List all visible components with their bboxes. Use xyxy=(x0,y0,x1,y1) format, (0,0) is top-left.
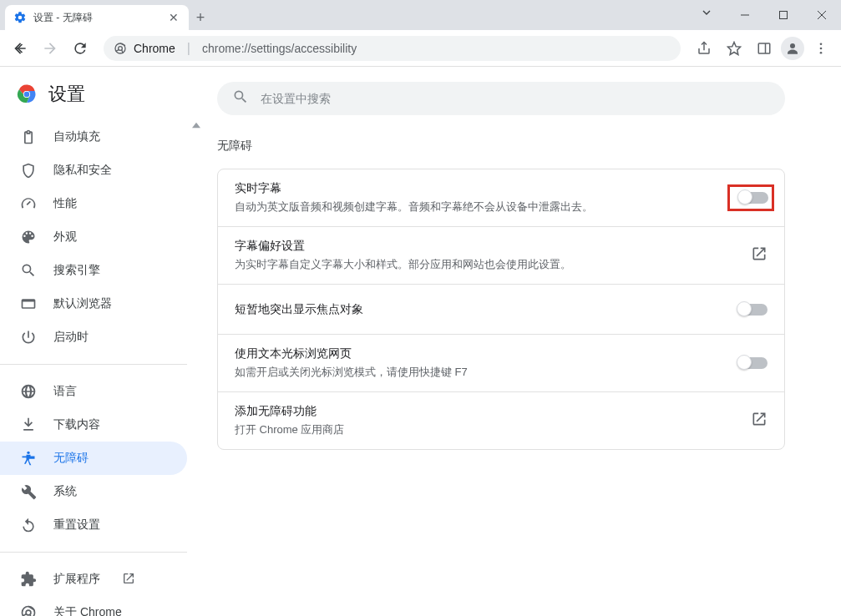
url-scheme: Chrome xyxy=(134,42,175,55)
svg-point-23 xyxy=(27,452,29,454)
sidebar-item-on-startup[interactable]: 启动时 xyxy=(0,321,187,354)
svg-marker-11 xyxy=(728,42,741,54)
sidebar-item-system[interactable]: 系统 xyxy=(0,475,187,508)
svg-marker-22 xyxy=(192,123,200,129)
svg-rect-12 xyxy=(758,43,770,53)
row-subtitle: 打开 Chrome 应用商店 xyxy=(235,422,737,437)
settings-header: 设置 xyxy=(0,73,200,120)
row-title: 短暂地突出显示焦点对象 xyxy=(235,302,724,317)
row-title: 使用文本光标浏览网页 xyxy=(235,346,724,361)
sidebar-item-accessibility[interactable]: 无障碍 xyxy=(0,442,187,475)
row-live-caption[interactable]: 实时字幕 自动为英文版音频和视频创建字幕。音频和字幕绝不会从设备中泄露出去。 xyxy=(218,169,784,226)
sidebar-divider xyxy=(0,364,187,365)
row-focus-highlight[interactable]: 短暂地突出显示焦点对象 xyxy=(218,284,784,334)
svg-point-14 xyxy=(790,43,795,48)
window-titlebar: 设置 - 无障碍 ✕ + xyxy=(0,0,841,30)
speedometer-icon xyxy=(20,195,37,212)
accessibility-icon xyxy=(20,450,37,467)
svg-point-21 xyxy=(24,92,30,98)
forward-button[interactable] xyxy=(37,35,63,62)
sidebar-item-language[interactable]: 语言 xyxy=(0,375,187,408)
row-add-accessibility[interactable]: 添加无障碍功能 打开 Chrome 应用商店 xyxy=(218,391,784,449)
palette-icon xyxy=(20,229,37,245)
share-icon[interactable] xyxy=(691,35,717,62)
browser-toolbar: Chrome | chrome://settings/accessibility xyxy=(0,30,841,67)
toggle-live-caption[interactable] xyxy=(738,192,768,204)
sidebar-item-label: 性能 xyxy=(53,196,77,211)
sidebar-item-extensions[interactable]: 扩展程序 xyxy=(0,563,187,596)
browser-tab[interactable]: 设置 - 无障碍 ✕ xyxy=(5,5,189,30)
reload-button[interactable] xyxy=(67,35,94,62)
gear-icon xyxy=(13,11,27,24)
close-icon[interactable]: ✕ xyxy=(167,11,180,24)
sidebar-item-performance[interactable]: 性能 xyxy=(0,187,187,220)
sidebar-divider xyxy=(0,552,187,553)
sidebar-item-label: 隐私和安全 xyxy=(53,163,112,178)
bookmark-icon[interactable] xyxy=(721,35,747,62)
settings-search[interactable] xyxy=(217,82,785,115)
row-title: 字幕偏好设置 xyxy=(235,239,737,254)
sidebar-item-label: 扩展程序 xyxy=(53,572,100,587)
accessibility-card: 实时字幕 自动为英文版音频和视频创建字幕。音频和字幕绝不会从设备中泄露出去。 字… xyxy=(217,169,785,450)
svg-line-27 xyxy=(23,613,27,616)
extension-icon xyxy=(20,571,37,588)
sidebar-item-autofill[interactable]: 自动填充 xyxy=(0,120,187,154)
row-title: 添加无障碍功能 xyxy=(235,404,737,419)
row-title: 实时字幕 xyxy=(235,181,721,196)
sidebar-item-label: 自动填充 xyxy=(53,129,100,144)
sidebar-item-label: 关于 Chrome xyxy=(53,605,122,616)
search-icon xyxy=(20,262,37,279)
row-caret-browsing[interactable]: 使用文本光标浏览网页 如需开启或关闭光标浏览模式，请使用快捷键 F7 xyxy=(218,334,784,391)
open-external-icon xyxy=(122,572,135,588)
back-button[interactable] xyxy=(7,35,33,62)
open-external-icon xyxy=(751,245,768,265)
sidebar-item-label: 系统 xyxy=(53,484,77,499)
sidebar-item-privacy[interactable]: 隐私和安全 xyxy=(0,154,187,187)
highlight-annotation xyxy=(727,184,774,211)
settings-main: 无障碍 实时字幕 自动为英文版音频和视频创建字幕。音频和字幕绝不会从设备中泄露出… xyxy=(200,67,841,616)
chrome-logo-icon xyxy=(17,84,37,104)
sidebar-item-appearance[interactable]: 外观 xyxy=(0,220,187,254)
close-window-button[interactable] xyxy=(803,3,841,28)
row-subtitle: 如需开启或关闭光标浏览模式，请使用快捷键 F7 xyxy=(235,365,724,380)
minimize-button[interactable] xyxy=(726,3,764,28)
chevron-up-icon xyxy=(192,117,199,127)
sidebar-item-default-browser[interactable]: 默认浏览器 xyxy=(0,287,187,321)
power-icon xyxy=(20,329,37,346)
url-path: chrome://settings/accessibility xyxy=(202,42,357,55)
menu-dots-icon[interactable] xyxy=(808,35,834,62)
section-title: 无障碍 xyxy=(217,139,818,154)
sidebar-item-downloads[interactable]: 下载内容 xyxy=(0,408,187,442)
svg-point-16 xyxy=(820,47,823,49)
sidebar-item-label: 启动时 xyxy=(53,330,89,345)
profile-avatar[interactable] xyxy=(781,37,804,60)
search-icon xyxy=(232,88,249,109)
sidebar-item-label: 外观 xyxy=(53,230,77,245)
sidebar-item-reset[interactable]: 重置设置 xyxy=(0,508,187,542)
sidebar-item-search[interactable]: 搜索引擎 xyxy=(0,254,187,287)
search-input[interactable] xyxy=(261,92,770,105)
toggle-focus-highlight[interactable] xyxy=(737,304,768,316)
svg-line-8 xyxy=(116,49,119,51)
chevron-down-icon[interactable] xyxy=(687,0,726,25)
browser-icon xyxy=(20,295,37,312)
svg-point-17 xyxy=(820,51,823,53)
sidebar-item-label: 无障碍 xyxy=(53,451,89,466)
toggle-caret-browsing[interactable] xyxy=(737,357,768,369)
sidebar-item-label: 默认浏览器 xyxy=(53,296,112,311)
maximize-button[interactable] xyxy=(764,3,803,28)
chrome-outline-icon xyxy=(20,604,37,616)
tab-title: 设置 - 无障碍 xyxy=(33,11,160,25)
row-subtitle: 自动为英文版音频和视频创建字幕。音频和字幕绝不会从设备中泄露出去。 xyxy=(235,199,721,215)
new-tab-button[interactable]: + xyxy=(189,5,212,30)
shield-icon xyxy=(20,162,37,179)
address-bar[interactable]: Chrome | chrome://settings/accessibility xyxy=(104,36,681,61)
side-panel-icon[interactable] xyxy=(751,35,778,62)
globe-icon xyxy=(20,383,37,400)
row-caption-preferences[interactable]: 字幕偏好设置 为实时字幕自定义字幕大小和样式。部分应用和网站也会使用此设置。 xyxy=(218,226,784,284)
sidebar-item-about[interactable]: 关于 Chrome xyxy=(0,596,187,616)
svg-point-15 xyxy=(820,43,823,45)
clipboard-icon xyxy=(20,129,37,145)
download-icon xyxy=(20,417,37,433)
url-divider: | xyxy=(182,41,195,56)
